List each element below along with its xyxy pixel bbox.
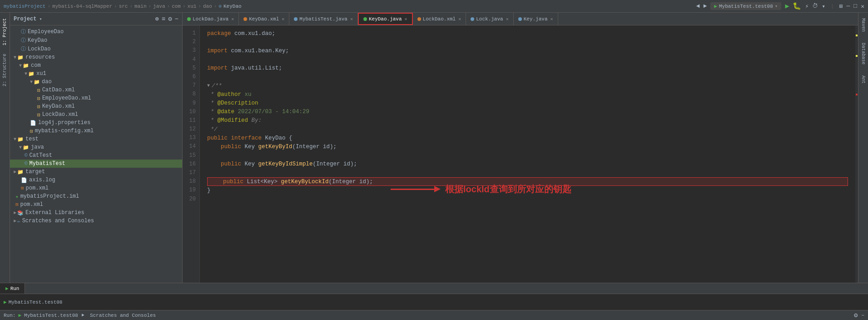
tree-item-dao-folder[interactable]: ▼ 📁 dao xyxy=(10,78,182,86)
breadcrumb-item[interactable]: com xyxy=(172,4,181,9)
tree-item-employeedao-xml[interactable]: ⊡ EmployeeDao.xml xyxy=(10,94,182,102)
folder-icon: 📁 xyxy=(34,79,40,85)
tab-mybatistest-java[interactable]: MybatisTest.java ✕ xyxy=(289,13,358,25)
breadcrumb-item[interactable]: mybatisProject xyxy=(4,4,45,9)
tree-item-log4j[interactable]: 📄 log4j.properties xyxy=(10,119,182,127)
scroll-from-source-icon[interactable]: ≡ xyxy=(162,15,165,23)
tree-item-test[interactable]: ▼ 📁 test xyxy=(10,135,182,143)
annotation-value: xu xyxy=(241,90,252,99)
tree-item-pom-xml-1[interactable]: m pom.xml xyxy=(10,184,182,192)
tab-lockdao-xml[interactable]: LockDao.xml ✕ xyxy=(413,13,466,25)
breadcrumb-item-active: ⊙ xyxy=(218,3,222,9)
close-button[interactable]: ✕ xyxy=(861,3,864,10)
right-tab-maven[interactable]: Maven xyxy=(860,15,867,35)
comment: By: xyxy=(248,116,262,125)
tree-label: log4j.properties xyxy=(38,120,90,126)
tab-keydao-xml[interactable]: KeyDao.xml ✕ xyxy=(239,13,289,25)
tree-item-axis-log[interactable]: 📄 axis.log xyxy=(10,176,182,184)
scratches-bar[interactable]: ► Scratches and Consoles xyxy=(82,313,156,318)
tree-item-iml[interactable]: ✦ mybatisProject.iml xyxy=(10,192,182,200)
method-name: getKeyByIdSimple xyxy=(258,160,313,169)
tree-item-com[interactable]: ▼ 📁 com xyxy=(10,61,182,70)
breadcrumb-item[interactable]: dao xyxy=(203,4,212,9)
nav-forward-icon[interactable]: ► xyxy=(704,3,707,10)
annotation: @Description xyxy=(218,99,258,108)
locate-icon[interactable]: ⊕ xyxy=(155,15,159,23)
code-editor[interactable]: package com.xu1.dao; import com.xu1.bean… xyxy=(200,25,855,283)
fold-icon[interactable]: ▼ xyxy=(207,82,210,90)
tab-dot xyxy=(471,17,474,21)
tree-chevron: ▼ xyxy=(14,137,16,142)
settings-gear-icon[interactable]: ⚙ xyxy=(854,311,858,319)
tree-label: Scratches and Consoles xyxy=(22,218,94,224)
settings-icon[interactable]: ⚙ xyxy=(168,15,172,23)
tree-item-mybatistest[interactable]: © MybatisTest xyxy=(10,160,182,168)
collapse-minus-icon[interactable]: − xyxy=(861,313,864,318)
run-button[interactable]: ▶ xyxy=(785,2,789,10)
tab-close-button[interactable]: ✕ xyxy=(282,16,284,22)
bottom-tabs: ▶ Run xyxy=(0,283,868,294)
tree-item-keydao[interactable]: ⓘ KeyDao xyxy=(10,36,182,45)
breadcrumb-item[interactable]: main xyxy=(134,4,146,9)
tab-lockdao-java[interactable]: LockDao.java ✕ xyxy=(183,13,239,25)
tree-item-java-folder[interactable]: ▼ 📁 java xyxy=(10,143,182,151)
breadcrumb-item[interactable]: mybatis-04-sqlMapper xyxy=(52,4,112,9)
tree-item-scratches[interactable]: ► ✏ Scratches and Consoles xyxy=(10,217,182,225)
more-button[interactable]: ▾ xyxy=(822,3,825,10)
tree-item-lockdao[interactable]: ⓘ LockDao xyxy=(10,45,182,53)
tree-item-target[interactable]: ► 📁 target xyxy=(10,168,182,176)
nav-back-icon[interactable]: ◄ xyxy=(696,3,700,10)
tree-item-xu1[interactable]: ▼ 📁 xu1 xyxy=(10,70,182,78)
tree-item-mybatis-config[interactable]: ⊡ mybatis-config.xml xyxy=(10,127,182,135)
run-label: Run: ▶ MybatisTest.test08 xyxy=(4,312,78,318)
tab-close-button[interactable]: ✕ xyxy=(458,16,461,22)
line-numbers: 1 2 3 4 5 6 7 8 9 10 11 12 13 14 15 16 1 xyxy=(183,25,200,283)
breadcrumb-item[interactable]: xu1 xyxy=(188,4,197,9)
tree-label: pom.xml xyxy=(26,185,49,191)
breadcrumb-item[interactable]: java xyxy=(153,4,165,9)
tab-close-button[interactable]: ✕ xyxy=(405,16,407,22)
window-layout-button[interactable]: ⊞ xyxy=(839,3,843,10)
breadcrumb-item[interactable]: src xyxy=(119,4,128,9)
tab-lock-java[interactable]: Lock.java ✕ xyxy=(466,13,513,25)
tab-close-button[interactable]: ✕ xyxy=(350,16,353,22)
tab-close-button[interactable]: ✕ xyxy=(506,16,509,22)
sidebar-tab-project[interactable]: 1: Project xyxy=(1,15,8,49)
tree-item-resources[interactable]: ▼ 📁 resources xyxy=(10,53,182,61)
tab-close-button[interactable]: ✕ xyxy=(231,16,234,22)
tab-close-button[interactable]: ✕ xyxy=(551,16,553,22)
profile-button[interactable]: ⏱ xyxy=(812,3,818,10)
right-tab-ant[interactable]: Ant xyxy=(860,72,867,87)
comment: */ xyxy=(207,125,218,134)
code-line-3: import com.xu1.bean.Key; xyxy=(207,46,848,55)
project-dropdown-chevron[interactable]: ▾ xyxy=(39,16,42,22)
tree-label: MybatisTest xyxy=(30,160,65,167)
tree-item-pom-xml-2[interactable]: m pom.xml xyxy=(10,200,182,209)
tab-key-java[interactable]: Key.java ✕ xyxy=(514,13,558,25)
right-tab-database[interactable]: Database xyxy=(860,39,867,68)
tree-item-lockdao-xml[interactable]: ⊡ LockDao.xml xyxy=(10,110,182,119)
code-line-2 xyxy=(207,38,848,46)
maximize-button[interactable]: □ xyxy=(853,3,857,10)
debug-button[interactable]: 🐛 xyxy=(793,2,801,10)
coverage-button[interactable]: ⚡ xyxy=(805,3,808,10)
tab-label: Lock.java xyxy=(476,16,503,22)
tab-dot xyxy=(417,17,421,21)
bottom-tab-run[interactable]: ▶ Run xyxy=(0,283,25,294)
collapse-icon[interactable]: − xyxy=(175,15,179,23)
tree-item-catdao-xml[interactable]: ⊡ CatDao.xml xyxy=(10,86,182,94)
project-panel: Project ▾ ⊕ ≡ ⚙ − ⓘ EmployeeDao xyxy=(10,13,183,283)
panel-actions: ⊕ ≡ ⚙ − xyxy=(155,15,179,23)
folder-icon: 📁 xyxy=(17,169,24,175)
sidebar-tab-structure[interactable]: 2: Structure xyxy=(1,50,8,90)
tree-item-keydao-xml[interactable]: ⊡ KeyDao.xml xyxy=(10,102,182,110)
java-icon: © xyxy=(25,153,28,158)
run-target-selector[interactable]: ▶ MybatisTest.test08 ▾ xyxy=(710,2,781,10)
minimize-button[interactable]: ─ xyxy=(847,3,850,10)
tree-item-employeedao[interactable]: ⓘ EmployeeDao xyxy=(10,27,182,36)
tab-keydao-java[interactable]: KeyDao.java ✕ xyxy=(358,13,413,25)
tree-item-external-libs[interactable]: ► 📚 External Libraries xyxy=(10,209,182,217)
status-right: ⚙ − xyxy=(854,311,864,319)
tree-label: CatDao.xml xyxy=(42,87,75,93)
tree-item-cattest[interactable]: © CatTest xyxy=(10,151,182,160)
